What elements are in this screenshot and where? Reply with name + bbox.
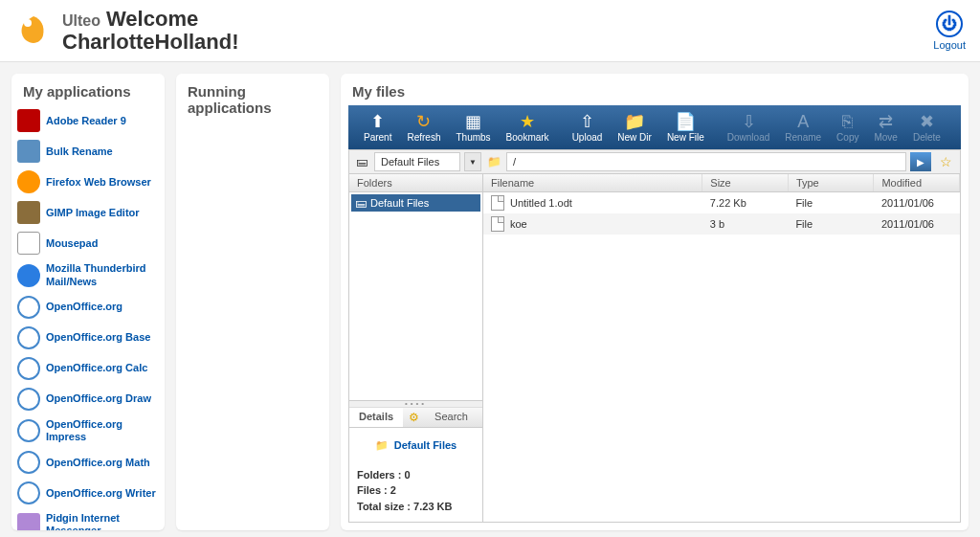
app-gimp[interactable]: GIMP Image Editor	[15, 197, 161, 228]
file-icon	[491, 216, 504, 232]
folders-pane: Folders 🖴 Default Files •••• Details ⚙ S…	[349, 174, 483, 522]
app-ooo-base-icon	[17, 326, 40, 349]
file-type: File	[788, 213, 874, 235]
app-ooo-writer-icon	[17, 481, 40, 504]
star-icon: ★	[517, 111, 538, 132]
folder-dropdown[interactable]: ▼	[464, 152, 481, 171]
drive-icon: 🖴	[355, 196, 367, 210]
file-modified: 2011/01/06	[874, 192, 960, 214]
bookmark-button[interactable]: ★Bookmark	[499, 109, 557, 145]
app-ooo-draw-icon	[17, 388, 40, 411]
file-name: koe	[510, 218, 527, 230]
app-openoffice[interactable]: OpenOffice.org	[15, 292, 161, 323]
logout-label: Logout	[933, 39, 966, 51]
brand-label: Ulteo	[62, 12, 100, 30]
my-applications-panel: My applications Adobe Reader 9Bulk Renam…	[11, 74, 165, 530]
app-label: Pidgin Internet Messenger	[46, 512, 159, 530]
app-label: OpenOffice.org Calc	[46, 362, 147, 374]
app-label: Firefox Web Browser	[46, 176, 151, 189]
header: Ulteo Welcome CharlotteHolland! ⏻ Logout	[0, 0, 980, 62]
app-thunderbird[interactable]: Mozilla Thunderbird Mail/News	[15, 258, 161, 291]
download-icon: ⇩	[738, 111, 759, 132]
app-ooo-calc-icon	[17, 357, 40, 380]
new-file-button[interactable]: 📄New File	[659, 109, 712, 145]
file-size: 3 b	[702, 213, 789, 235]
app-label: Bulk Rename	[46, 145, 113, 158]
app-bulk-rename[interactable]: Bulk Rename	[15, 136, 161, 167]
refresh-icon: ↻	[413, 111, 434, 132]
app-pidgin-icon	[17, 513, 40, 530]
file-list-pane: Filename Size Type Modified Untitled 1.o…	[483, 174, 960, 522]
app-mousepad[interactable]: Mousepad	[15, 228, 161, 258]
app-ooo-math-icon	[17, 451, 40, 474]
details-folder-name: Default Files	[394, 439, 457, 451]
power-icon: ⏻	[936, 11, 963, 37]
app-firefox-icon	[17, 170, 40, 193]
new-dir-button[interactable]: 📁New Dir	[610, 109, 659, 145]
app-mousepad-icon	[17, 232, 40, 255]
app-ooo-impress[interactable]: OpenOffice.org Impress	[15, 414, 161, 447]
col-filename[interactable]: Filename	[483, 174, 702, 192]
app-adobe-reader[interactable]: Adobe Reader 9	[15, 105, 161, 136]
folder-plus-icon: 📁	[624, 111, 645, 132]
app-label: Mousepad	[46, 237, 98, 250]
file-icon	[491, 195, 504, 211]
my-files-title: My files	[341, 74, 969, 105]
resize-handle[interactable]: ••••	[349, 401, 482, 408]
my-applications-title: My applications	[11, 74, 165, 105]
app-label: Adobe Reader 9	[46, 115, 126, 127]
col-modified[interactable]: Modified	[874, 174, 960, 192]
ulteo-logo-icon	[14, 11, 53, 50]
thumbs-button[interactable]: ▦Thumbs	[448, 109, 498, 145]
gear-icon[interactable]: ⚙	[403, 408, 425, 427]
arrow-up-icon: ⬆	[368, 111, 389, 132]
app-thunderbird-icon	[17, 264, 40, 287]
app-gimp-icon	[17, 201, 40, 224]
logout-button[interactable]: ⏻ Logout	[933, 11, 966, 51]
file-row[interactable]: Untitled 1.odt7.22 KbFile2011/01/06	[483, 192, 960, 214]
col-type[interactable]: Type	[788, 174, 874, 192]
search-tab[interactable]: Search	[425, 408, 478, 427]
app-ooo-impress-icon	[17, 419, 40, 442]
app-pidgin[interactable]: Pidgin Internet Messenger	[15, 508, 161, 530]
app-ooo-draw[interactable]: OpenOffice.org Draw	[15, 384, 161, 414]
go-button[interactable]: ▶	[910, 152, 931, 171]
welcome-line-1: Welcome	[106, 8, 198, 31]
app-ooo-math[interactable]: OpenOffice.org Math	[15, 447, 161, 478]
download-button: ⇩Download	[720, 109, 777, 145]
app-adobe-reader-icon	[17, 109, 40, 132]
upload-button[interactable]: ⇧Upload	[565, 109, 611, 145]
file-row[interactable]: koe3 bFile2011/01/06	[483, 213, 960, 235]
tree-item-root[interactable]: 🖴 Default Files	[351, 194, 480, 212]
bookmark-star-button[interactable]: ☆	[935, 152, 956, 171]
file-modified: 2011/01/06	[874, 213, 960, 235]
app-label: OpenOffice.org Draw	[46, 392, 151, 405]
app-ooo-writer[interactable]: OpenOffice.org Writer	[15, 478, 161, 508]
delete-icon: ✖	[916, 111, 937, 132]
welcome-line-2: CharlotteHolland!	[62, 31, 239, 54]
copy-icon: ⎘	[837, 111, 858, 132]
thumbs-icon: ▦	[463, 111, 484, 132]
file-toolbar: ⬆Parent ↻Refresh ▦Thumbs ★Bookmark ⇧Uplo…	[348, 105, 961, 149]
app-label: OpenOffice.org Impress	[46, 418, 159, 443]
app-label: OpenOffice.org Base	[46, 331, 150, 344]
app-openoffice-icon	[17, 296, 40, 319]
app-ooo-calc[interactable]: OpenOffice.org Calc	[15, 353, 161, 384]
col-size[interactable]: Size	[702, 174, 789, 192]
app-bulk-rename-icon	[17, 140, 40, 163]
refresh-button[interactable]: ↻Refresh	[399, 109, 448, 145]
file-plus-icon: 📄	[675, 111, 696, 132]
details-tab[interactable]: Details	[349, 408, 403, 427]
folders-header: Folders	[349, 174, 482, 192]
file-type: File	[788, 192, 874, 214]
app-firefox[interactable]: Firefox Web Browser	[15, 167, 161, 197]
parent-button[interactable]: ⬆Parent	[356, 109, 399, 145]
app-ooo-base[interactable]: OpenOffice.org Base	[15, 323, 161, 353]
applications-list[interactable]: Adobe Reader 9Bulk RenameFirefox Web Bro…	[11, 105, 165, 530]
path-input[interactable]: /	[506, 152, 906, 171]
copy-button: ⎘Copy	[829, 109, 866, 145]
file-size: 7.22 Kb	[702, 192, 789, 214]
current-folder-name[interactable]: Default Files	[374, 152, 460, 171]
svg-point-0	[24, 19, 32, 27]
app-label: OpenOffice.org Math	[46, 457, 150, 469]
